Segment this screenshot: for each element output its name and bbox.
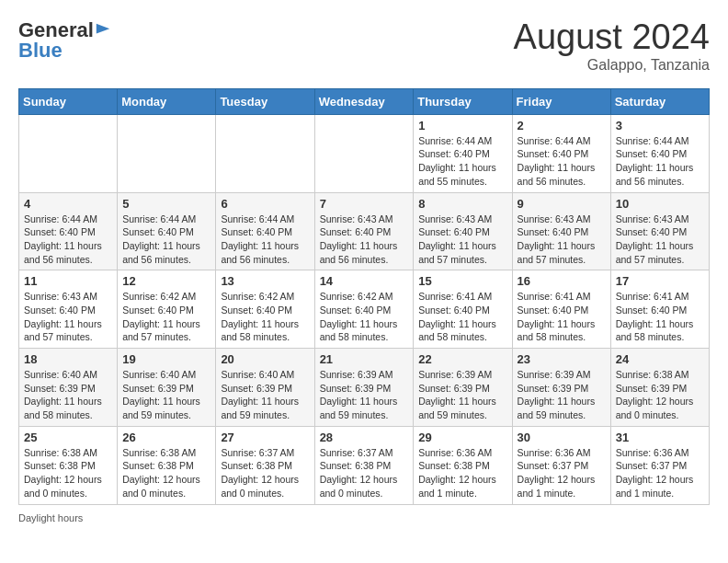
- day-number: 1: [418, 119, 506, 132]
- day-info: Sunrise: 6:43 AM Sunset: 6:40 PM Dayligh…: [616, 213, 704, 267]
- col-header-tuesday: Tuesday: [216, 88, 314, 114]
- calendar-cell: 19Sunrise: 6:40 AM Sunset: 6:39 PM Dayli…: [118, 349, 216, 427]
- calendar-cell: 9Sunrise: 6:43 AM Sunset: 6:40 PM Daylig…: [512, 192, 610, 270]
- day-info: Sunrise: 6:37 AM Sunset: 6:38 PM Dayligh…: [320, 446, 409, 500]
- calendar-cell: [19, 114, 118, 192]
- calendar-cell: 2Sunrise: 6:44 AM Sunset: 6:40 PM Daylig…: [512, 114, 610, 192]
- day-number: 22: [418, 352, 506, 366]
- day-number: 20: [221, 352, 309, 366]
- calendar-cell: 17Sunrise: 6:41 AM Sunset: 6:40 PM Dayli…: [610, 270, 709, 349]
- col-header-sunday: Sunday: [19, 88, 118, 114]
- day-number: 21: [320, 352, 409, 366]
- day-info: Sunrise: 6:44 AM Sunset: 6:40 PM Dayligh…: [24, 213, 112, 267]
- day-number: 14: [320, 274, 409, 288]
- calendar-table: SundayMondayTuesdayWednesdayThursdayFrid…: [18, 88, 710, 505]
- calendar-cell: 18Sunrise: 6:40 AM Sunset: 6:39 PM Dayli…: [19, 349, 118, 427]
- day-info: Sunrise: 6:37 AM Sunset: 6:38 PM Dayligh…: [221, 446, 309, 500]
- calendar-cell: 15Sunrise: 6:41 AM Sunset: 6:40 PM Dayli…: [414, 270, 512, 349]
- day-info: Sunrise: 6:41 AM Sunset: 6:40 PM Dayligh…: [418, 290, 506, 344]
- calendar-cell: 14Sunrise: 6:42 AM Sunset: 6:40 PM Dayli…: [314, 270, 414, 349]
- day-info: Sunrise: 6:39 AM Sunset: 6:39 PM Dayligh…: [418, 368, 506, 422]
- day-info: Sunrise: 6:38 AM Sunset: 6:38 PM Dayligh…: [24, 446, 112, 500]
- calendar-cell: 16Sunrise: 6:41 AM Sunset: 6:40 PM Dayli…: [512, 270, 610, 349]
- calendar-cell: [118, 114, 216, 192]
- day-number: 5: [122, 197, 210, 211]
- day-number: 19: [122, 352, 210, 366]
- calendar-cell: 21Sunrise: 6:39 AM Sunset: 6:39 PM Dayli…: [314, 349, 414, 427]
- day-info: Sunrise: 6:41 AM Sunset: 6:40 PM Dayligh…: [518, 290, 606, 344]
- calendar-cell: 20Sunrise: 6:40 AM Sunset: 6:39 PM Dayli…: [216, 349, 314, 427]
- day-number: 6: [221, 197, 309, 211]
- month-title: August 2024: [514, 18, 710, 57]
- day-info: Sunrise: 6:40 AM Sunset: 6:39 PM Dayligh…: [221, 368, 309, 422]
- day-info: Sunrise: 6:38 AM Sunset: 6:39 PM Dayligh…: [616, 368, 704, 422]
- day-number: 9: [518, 197, 606, 211]
- day-info: Sunrise: 6:44 AM Sunset: 6:40 PM Dayligh…: [518, 134, 606, 189]
- calendar-cell: 22Sunrise: 6:39 AM Sunset: 6:39 PM Dayli…: [414, 349, 512, 427]
- day-info: Sunrise: 6:44 AM Sunset: 6:40 PM Dayligh…: [221, 213, 309, 267]
- day-number: 27: [221, 431, 309, 444]
- day-number: 29: [418, 431, 506, 444]
- calendar-cell: 6Sunrise: 6:44 AM Sunset: 6:40 PM Daylig…: [216, 192, 314, 270]
- day-number: 2: [518, 119, 606, 132]
- logo-flag-icon: [95, 22, 111, 39]
- day-number: 15: [418, 274, 506, 288]
- calendar-cell: 13Sunrise: 6:42 AM Sunset: 6:40 PM Dayli…: [216, 270, 314, 349]
- day-info: Sunrise: 6:43 AM Sunset: 6:40 PM Dayligh…: [418, 213, 506, 267]
- calendar-cell: 25Sunrise: 6:38 AM Sunset: 6:38 PM Dayli…: [19, 426, 118, 504]
- day-number: 3: [616, 119, 704, 132]
- day-info: Sunrise: 6:43 AM Sunset: 6:40 PM Dayligh…: [320, 213, 409, 267]
- calendar-cell: 27Sunrise: 6:37 AM Sunset: 6:38 PM Dayli…: [216, 426, 314, 504]
- calendar-week-2: 4Sunrise: 6:44 AM Sunset: 6:40 PM Daylig…: [19, 192, 710, 270]
- day-number: 13: [221, 274, 309, 288]
- calendar-cell: 11Sunrise: 6:43 AM Sunset: 6:40 PM Dayli…: [19, 270, 118, 349]
- day-number: 12: [122, 274, 210, 288]
- col-header-saturday: Saturday: [610, 88, 709, 114]
- day-info: Sunrise: 6:44 AM Sunset: 6:40 PM Dayligh…: [418, 134, 506, 189]
- col-header-thursday: Thursday: [414, 88, 512, 114]
- day-info: Sunrise: 6:41 AM Sunset: 6:40 PM Dayligh…: [616, 290, 704, 344]
- calendar-cell: 24Sunrise: 6:38 AM Sunset: 6:39 PM Dayli…: [610, 349, 709, 427]
- day-number: 28: [320, 431, 409, 444]
- calendar-cell: 31Sunrise: 6:36 AM Sunset: 6:37 PM Dayli…: [610, 426, 709, 504]
- day-number: 10: [616, 197, 704, 211]
- day-number: 25: [24, 431, 112, 444]
- day-info: Sunrise: 6:44 AM Sunset: 6:40 PM Dayligh…: [616, 134, 704, 189]
- logo-blue: Blue: [18, 39, 63, 63]
- logo: General Blue: [18, 18, 111, 63]
- day-info: Sunrise: 6:36 AM Sunset: 6:38 PM Dayligh…: [418, 446, 506, 500]
- col-header-friday: Friday: [512, 88, 610, 114]
- day-info: Sunrise: 6:42 AM Sunset: 6:40 PM Dayligh…: [221, 290, 309, 344]
- page-header: General Blue August 2024 Galappo, Tanzan…: [18, 18, 710, 74]
- day-info: Sunrise: 6:40 AM Sunset: 6:39 PM Dayligh…: [122, 368, 210, 422]
- calendar-week-4: 18Sunrise: 6:40 AM Sunset: 6:39 PM Dayli…: [19, 349, 710, 427]
- day-info: Sunrise: 6:43 AM Sunset: 6:40 PM Dayligh…: [24, 290, 112, 344]
- day-info: Sunrise: 6:40 AM Sunset: 6:39 PM Dayligh…: [24, 368, 112, 422]
- calendar-cell: 8Sunrise: 6:43 AM Sunset: 6:40 PM Daylig…: [414, 192, 512, 270]
- day-number: 11: [24, 274, 112, 288]
- calendar-week-1: 1Sunrise: 6:44 AM Sunset: 6:40 PM Daylig…: [19, 114, 710, 192]
- day-info: Sunrise: 6:36 AM Sunset: 6:37 PM Dayligh…: [518, 446, 606, 500]
- day-number: 24: [616, 352, 704, 366]
- calendar-cell: 7Sunrise: 6:43 AM Sunset: 6:40 PM Daylig…: [314, 192, 414, 270]
- day-info: Sunrise: 6:39 AM Sunset: 6:39 PM Dayligh…: [320, 368, 409, 422]
- calendar-cell: 5Sunrise: 6:44 AM Sunset: 6:40 PM Daylig…: [118, 192, 216, 270]
- calendar-cell: 26Sunrise: 6:38 AM Sunset: 6:38 PM Dayli…: [118, 426, 216, 504]
- day-info: Sunrise: 6:39 AM Sunset: 6:39 PM Dayligh…: [518, 368, 606, 422]
- location-title: Galappo, Tanzania: [514, 57, 710, 74]
- title-block: August 2024 Galappo, Tanzania: [514, 18, 710, 74]
- day-number: 31: [616, 431, 704, 444]
- col-header-wednesday: Wednesday: [314, 88, 414, 114]
- footer-note: Daylight hours: [18, 512, 710, 523]
- day-number: 26: [122, 431, 210, 444]
- calendar-cell: [216, 114, 314, 192]
- day-number: 4: [24, 197, 112, 211]
- day-number: 17: [616, 274, 704, 288]
- calendar-cell: 4Sunrise: 6:44 AM Sunset: 6:40 PM Daylig…: [19, 192, 118, 270]
- day-info: Sunrise: 6:44 AM Sunset: 6:40 PM Dayligh…: [122, 213, 210, 267]
- day-number: 23: [518, 352, 606, 366]
- calendar-cell: 1Sunrise: 6:44 AM Sunset: 6:40 PM Daylig…: [414, 114, 512, 192]
- calendar-week-3: 11Sunrise: 6:43 AM Sunset: 6:40 PM Dayli…: [19, 270, 710, 349]
- day-info: Sunrise: 6:38 AM Sunset: 6:38 PM Dayligh…: [122, 446, 210, 500]
- calendar-cell: 28Sunrise: 6:37 AM Sunset: 6:38 PM Dayli…: [314, 426, 414, 504]
